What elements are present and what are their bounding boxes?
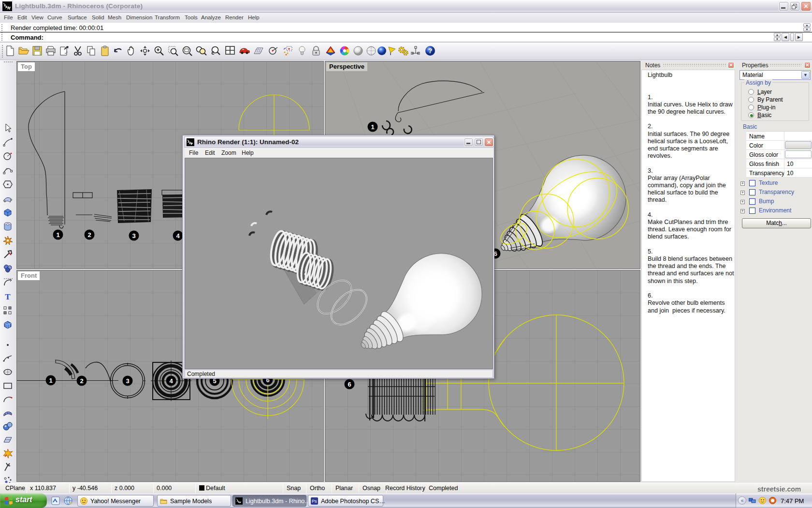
svg-text:?: ? xyxy=(428,47,433,55)
svg-text:T: T xyxy=(5,292,11,301)
svg-text:1: 1 xyxy=(371,123,374,131)
svg-text:2: 2 xyxy=(87,231,91,239)
svg-text:4: 4 xyxy=(169,377,173,385)
svg-text:4: 4 xyxy=(176,232,180,239)
svg-text:6: 6 xyxy=(348,381,351,388)
svg-text:3: 3 xyxy=(132,232,135,239)
svg-text:1: 1 xyxy=(56,231,59,239)
svg-text:1: 1 xyxy=(49,377,52,384)
svg-text:2: 2 xyxy=(80,377,83,385)
svg-text:Ps: Ps xyxy=(312,499,317,504)
svg-text:3: 3 xyxy=(126,377,129,385)
